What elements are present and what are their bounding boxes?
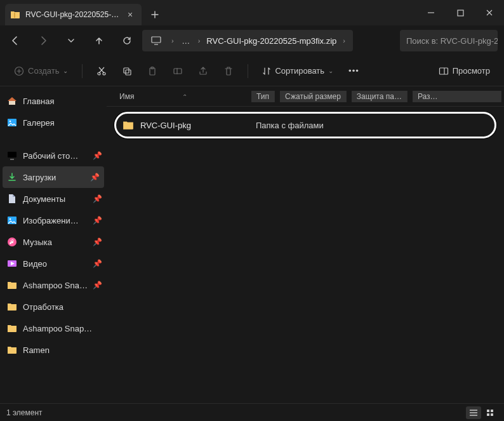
- sidebar-item-music[interactable]: Музыка 📌: [0, 231, 107, 253]
- column-header-type[interactable]: Тип: [251, 91, 275, 102]
- minimize-button[interactable]: [416, 0, 446, 25]
- sidebar-item-downloads[interactable]: Загрузки 📌: [3, 166, 104, 188]
- music-icon: [6, 236, 18, 248]
- sidebar-item-label: Музыка: [23, 237, 88, 247]
- window-titlebar: RVC-GUI-pkg-20220525-mp3f ×: [0, 0, 504, 25]
- desktop-icon: [6, 150, 18, 161]
- sidebar-item-label: Рабочий сто…: [23, 151, 88, 161]
- tab-active[interactable]: RVC-GUI-pkg-20220525-mp3f ×: [5, 4, 142, 25]
- recent-locations-button[interactable]: [58, 29, 84, 52]
- share-button[interactable]: [192, 60, 215, 82]
- column-label: Имя: [119, 92, 134, 101]
- folder-icon: [6, 344, 18, 356]
- column-header-size[interactable]: Раз…: [413, 91, 501, 102]
- sidebar-item-home[interactable]: Главная: [0, 90, 107, 112]
- view-preview-button[interactable]: Просмотр: [432, 60, 496, 82]
- sidebar-item-documents[interactable]: Документы 📌: [0, 188, 107, 210]
- tab-title: RVC-GUI-pkg-20220525-mp3f: [25, 10, 120, 19]
- sidebar-item-this-pc[interactable]: › Этот компьюте…: [0, 398, 107, 403]
- pin-icon: 📌: [93, 281, 102, 290]
- sidebar-item-folder[interactable]: Отработка: [0, 296, 107, 317]
- file-row[interactable]: RVC-GUI-pkg: [123, 119, 256, 131]
- folder-icon: [6, 323, 18, 334]
- paste-button[interactable]: [141, 60, 164, 82]
- sidebar-item-label: Галерея: [23, 118, 102, 128]
- chevron-right-icon[interactable]: ›: [196, 37, 203, 44]
- pin-icon: 📌: [93, 237, 102, 246]
- copy-button[interactable]: [116, 60, 138, 82]
- breadcrumb-current[interactable]: RVC-GUI-pkg-20220525-mp3fix.zip: [206, 36, 336, 46]
- sort-label: Сортировать: [275, 66, 324, 76]
- file-name: RVC-GUI-pkg: [140, 121, 191, 130]
- address-bar[interactable]: › … › RVC-GUI-pkg-20220525-mp3fix.zip ›: [142, 30, 353, 51]
- sidebar-item-label: Ashampoo Snap…: [23, 324, 102, 333]
- gallery-icon: [6, 117, 18, 128]
- column-header-row: Имя ⌃ Тип Сжатый размер Защита па… Раз…: [107, 86, 504, 107]
- new-tab-button[interactable]: [144, 4, 166, 25]
- svg-rect-23: [487, 410, 489, 412]
- column-label: Защита па…: [357, 92, 402, 101]
- svg-rect-0: [14, 13, 15, 18]
- sidebar-item-video[interactable]: Видео 📌: [0, 253, 107, 274]
- pin-icon: 📌: [90, 173, 99, 182]
- sidebar-item-desktop[interactable]: Рабочий сто… 📌: [0, 145, 107, 166]
- create-button[interactable]: Создать ⌄: [8, 60, 74, 82]
- sidebar-item-folder[interactable]: Ashampoo Snap…: [0, 317, 107, 339]
- sidebar-item-gallery[interactable]: Галерея: [0, 112, 107, 133]
- column-header-name[interactable]: Имя ⌃: [114, 92, 249, 101]
- sidebar-item-images[interactable]: Изображени… 📌: [0, 210, 107, 231]
- maximize-button[interactable]: [446, 0, 475, 25]
- sidebar-item-label: Ramen: [23, 345, 102, 355]
- view-label: Просмотр: [453, 66, 490, 76]
- svg-rect-6: [124, 68, 129, 73]
- svg-rect-1: [458, 10, 463, 16]
- rename-button[interactable]: [166, 60, 189, 82]
- chevron-down-icon: ⌄: [328, 67, 333, 74]
- svg-point-15: [10, 121, 11, 123]
- chevron-right-icon[interactable]: ›: [340, 37, 348, 44]
- sort-button[interactable]: Сортировать ⌄: [256, 60, 340, 82]
- chevron-down-icon: ⌄: [63, 67, 68, 74]
- sidebar-item-label: Ashampoo Snap…: [23, 281, 88, 290]
- monitor-icon: [19, 403, 30, 403]
- folder-icon: [123, 119, 134, 131]
- tab-close-button[interactable]: ×: [125, 10, 135, 19]
- search-box[interactable]: Поиск в: RVC-GUI-pkg-20: [400, 30, 498, 51]
- large-icons-view-button[interactable]: [482, 406, 498, 419]
- more-button[interactable]: •••: [342, 60, 366, 82]
- image-icon: [6, 215, 18, 226]
- forward-button[interactable]: [30, 29, 56, 52]
- navigation-pane: Главная Галерея Рабочий сто… 📌 Загрузки …: [0, 86, 107, 403]
- sort-caret-icon: ⌃: [182, 93, 187, 100]
- sidebar-item-label: Видео: [23, 259, 88, 269]
- status-count: 1 элемент: [6, 408, 43, 417]
- file-list-pane: Имя ⌃ Тип Сжатый размер Защита па… Раз… …: [107, 86, 504, 403]
- up-button[interactable]: [86, 29, 112, 52]
- svg-rect-10: [174, 69, 182, 74]
- svg-marker-12: [8, 97, 17, 101]
- svg-rect-7: [126, 70, 131, 75]
- pin-icon: 📌: [93, 194, 102, 203]
- file-rows[interactable]: RVC-GUI-pkg Папка с файлами: [107, 107, 504, 403]
- close-button[interactable]: [475, 0, 504, 25]
- folder-icon: [6, 301, 18, 312]
- back-button[interactable]: [3, 29, 28, 52]
- column-header-compressed[interactable]: Сжатый размер: [280, 91, 347, 102]
- separator: [248, 64, 248, 78]
- refresh-button[interactable]: [114, 29, 140, 52]
- svg-rect-25: [487, 413, 489, 416]
- svg-point-18: [10, 218, 11, 220]
- file-type: Папка с файлами: [256, 121, 324, 130]
- sidebar-item-label: Изображени…: [23, 216, 88, 225]
- cut-button[interactable]: [90, 60, 113, 82]
- home-icon: [6, 95, 18, 107]
- sidebar-item-folder[interactable]: Ramen: [0, 339, 107, 361]
- svg-rect-16: [8, 152, 17, 157]
- zip-folder-icon: [10, 10, 20, 20]
- chevron-right-icon[interactable]: ›: [169, 37, 176, 44]
- column-header-protection[interactable]: Защита па…: [352, 91, 408, 102]
- sidebar-item-folder[interactable]: Ashampoo Snap… 📌: [0, 274, 107, 296]
- delete-button[interactable]: [217, 60, 240, 82]
- details-view-button[interactable]: [466, 406, 481, 419]
- ellipsis-icon[interactable]: …: [180, 36, 192, 46]
